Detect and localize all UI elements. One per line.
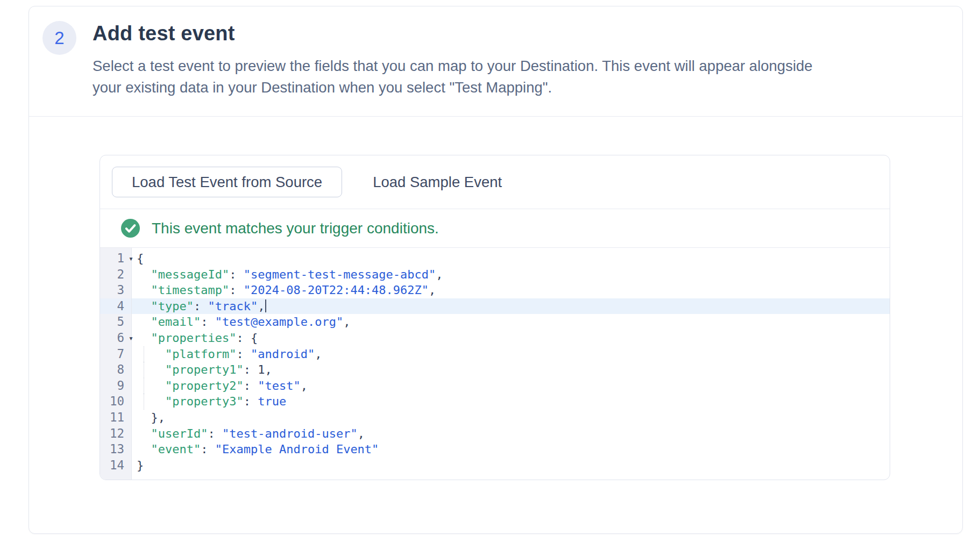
line-number: 9	[100, 378, 131, 394]
event-toolbar: Load Test Event from Source Load Sample …	[100, 155, 890, 209]
code-line[interactable]: "properties": {	[132, 330, 890, 346]
line-number: 12	[100, 426, 131, 442]
line-number: 8	[100, 362, 131, 378]
line-number: 2	[100, 267, 131, 283]
line-number: 1▾	[100, 251, 131, 267]
test-event-panel: Load Test Event from Source Load Sample …	[100, 155, 890, 480]
line-number: 13	[100, 441, 131, 458]
header-text: Add test event Select a test event to pr…	[93, 21, 824, 98]
line-number: 10	[100, 394, 131, 410]
load-test-event-button[interactable]: Load Test Event from Source	[112, 167, 342, 197]
code-line[interactable]: "property1": 1,	[132, 362, 890, 378]
text-cursor	[265, 299, 266, 312]
code-line[interactable]: {	[132, 251, 890, 267]
check-circle-icon	[121, 219, 140, 238]
line-number: 14	[100, 458, 131, 474]
code-line[interactable]: },	[132, 410, 890, 426]
code-line[interactable]: "timestamp": "2024-08-20T22:44:48.962Z",	[132, 282, 890, 298]
code-line[interactable]: "property2": "test",	[132, 378, 890, 394]
line-number: 6▾	[100, 330, 131, 346]
line-number: 3	[100, 282, 131, 298]
line-number: 5	[100, 314, 131, 330]
load-sample-event-button[interactable]: Load Sample Event	[373, 174, 502, 191]
line-number: 4	[100, 298, 131, 315]
json-code-editor[interactable]: 1▾23456▾7891011121314 { "messageId": "se…	[100, 248, 890, 480]
code-line[interactable]: "messageId": "segment-test-message-abcd"…	[132, 267, 890, 283]
line-number: 7	[100, 346, 131, 362]
editor-code[interactable]: { "messageId": "segment-test-message-abc…	[132, 248, 890, 480]
step-number-badge: 2	[42, 21, 76, 55]
code-line[interactable]: }	[132, 458, 890, 474]
code-line[interactable]: "property3": true	[132, 394, 890, 410]
code-line[interactable]: "platform": "android",	[132, 346, 890, 362]
editor-gutter: 1▾23456▾7891011121314	[100, 248, 132, 480]
section-description: Select a test event to preview the field…	[93, 55, 824, 98]
card-body: Load Test Event from Source Load Sample …	[29, 117, 962, 480]
line-number: 11	[100, 410, 131, 426]
code-line[interactable]: "event": "Example Android Event"	[132, 441, 890, 458]
code-line[interactable]: "userId": "test-android-user",	[132, 426, 890, 442]
card-header: 2 Add test event Select a test event to …	[29, 6, 962, 117]
trigger-match-status: This event matches your trigger conditio…	[100, 209, 890, 248]
code-line[interactable]: "type": "track",	[132, 298, 890, 315]
code-line[interactable]: "email": "test@example.org",	[132, 314, 890, 330]
section-title: Add test event	[93, 21, 824, 46]
add-test-event-card: 2 Add test event Select a test event to …	[29, 6, 963, 534]
status-message: This event matches your trigger conditio…	[152, 220, 439, 237]
